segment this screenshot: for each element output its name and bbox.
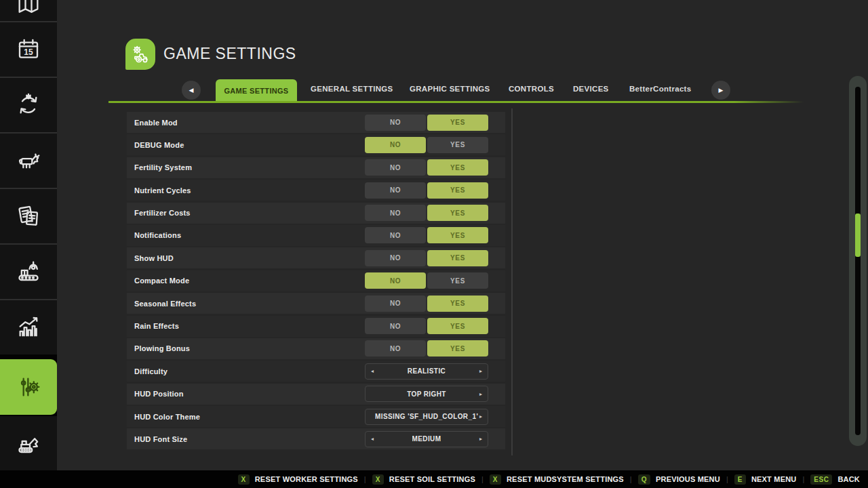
setting-control: NOYES: [365, 296, 488, 312]
tab-next-button[interactable]: ▶: [711, 81, 730, 100]
animals-icon: [15, 147, 42, 174]
sidebar-item-contracts[interactable]: [0, 189, 57, 243]
keybind-previous-menu[interactable]: QPREVIOUS MENU: [638, 474, 720, 485]
statistics-icon: [15, 314, 42, 341]
sidebar-item-construction[interactable]: [0, 416, 57, 470]
setting-row-nutrient-cycles: Nutrient CyclesNOYES: [127, 180, 505, 201]
tab-devices[interactable]: DEVICES: [573, 85, 609, 93]
toggle-yes-button[interactable]: YES: [427, 182, 488, 199]
toggle-yes-button[interactable]: YES: [427, 115, 488, 131]
setting-control: NOYES: [365, 250, 488, 266]
setting-label: Plowing Bonus: [134, 344, 190, 352]
toggle-plowing-bonus: NOYES: [365, 340, 488, 357]
tab-controls[interactable]: CONTROLS: [509, 85, 554, 93]
toggle-yes-button[interactable]: YES: [427, 227, 488, 243]
keybind-reset-soil-settings[interactable]: XRESET SOIL SETTINGS: [372, 474, 475, 485]
toggle-no-button[interactable]: NO: [365, 296, 426, 312]
sidebar-separator: [0, 188, 57, 189]
keybind-label: BACK: [837, 475, 860, 483]
setting-control: TOP RIGHT▸: [365, 386, 488, 402]
toggle-compact-mode: NOYES: [365, 272, 488, 289]
keybind-reset-mudsystem-settings[interactable]: XRESET MUDSYSTEM SETTINGS: [490, 474, 624, 485]
select-next-arrow-icon[interactable]: ▸: [479, 386, 482, 401]
toggle-yes-button[interactable]: YES: [427, 137, 488, 153]
toggle-fertilizer-costs: NOYES: [365, 205, 488, 221]
setting-label: Show HUD: [134, 254, 174, 262]
setting-control: MISSING 'SF_HUD_COLOR_1' L...▸: [365, 409, 488, 425]
key-badge: X: [238, 474, 250, 485]
sidebar-item-map[interactable]: [0, 0, 57, 21]
setting-row-enable-mod: Enable ModNOYES: [127, 112, 505, 133]
select-hud-position[interactable]: TOP RIGHT▸: [365, 386, 488, 402]
sidebar-separator: [0, 243, 57, 245]
sidebar: 15: [0, 0, 57, 470]
setting-label: Fertility System: [134, 163, 192, 171]
toggle-seasonal-effects: NOYES: [365, 296, 488, 312]
select-value: MEDIUM: [412, 435, 441, 443]
sidebar-item-crop-rotation[interactable]: [0, 78, 57, 132]
sidebar-item-animals[interactable]: [0, 134, 57, 188]
tab-bettercontracts[interactable]: BetterContracts: [629, 85, 691, 93]
settings-list: Enable ModNOYESDEBUG ModeNOYESFertility …: [127, 112, 505, 451]
tab-game-settings[interactable]: GAME SETTINGS: [216, 79, 297, 102]
keybind-back[interactable]: ESCBACK: [810, 474, 860, 485]
panel-divider: [511, 108, 513, 455]
setting-row-compact-mode: Compact ModeNOYES: [127, 270, 505, 291]
keybind-next-menu[interactable]: ENEXT MENU: [734, 474, 797, 485]
toggle-yes-button[interactable]: YES: [427, 205, 488, 221]
select-next-arrow-icon[interactable]: ▸: [479, 432, 482, 447]
setting-row-plowing-bonus: Plowing BonusNOYES: [127, 338, 505, 359]
select-prev-arrow-icon[interactable]: ◂: [371, 432, 374, 447]
toggle-yes-button[interactable]: YES: [427, 159, 488, 176]
select-hud-font-size[interactable]: ◂MEDIUM▸: [365, 431, 488, 447]
setting-label: Difficulty: [134, 367, 167, 375]
setting-control: NOYES: [365, 318, 488, 334]
select-next-arrow-icon[interactable]: ▸: [479, 409, 482, 424]
tab-prev-button[interactable]: ◀: [182, 81, 201, 100]
toggle-no-button[interactable]: NO: [365, 250, 426, 266]
select-hud-color-theme[interactable]: MISSING 'SF_HUD_COLOR_1' L...▸: [365, 409, 488, 425]
toggle-no-button[interactable]: NO: [365, 272, 426, 289]
setting-label: Enable Mod: [134, 119, 178, 127]
setting-label: HUD Position: [134, 390, 184, 398]
map-icon: [15, 0, 42, 17]
page-icon-badge: [125, 39, 155, 70]
sidebar-item-statistics[interactable]: [0, 300, 57, 354]
scrollbar-thumb[interactable]: [855, 214, 861, 257]
sidebar-item-calendar[interactable]: 15: [0, 22, 57, 77]
toggle-no-button[interactable]: NO: [365, 340, 426, 357]
tab-general-settings[interactable]: GENERAL SETTINGS: [311, 85, 393, 93]
keybind-separator: |: [481, 475, 484, 483]
toggle-yes-button[interactable]: YES: [427, 340, 488, 357]
toggle-yes-button[interactable]: YES: [427, 250, 488, 266]
toggle-no-button[interactable]: NO: [365, 318, 426, 334]
select-next-arrow-icon[interactable]: ▸: [479, 364, 482, 379]
toggle-no-button[interactable]: NO: [365, 115, 426, 131]
sidebar-item-production[interactable]: [0, 245, 57, 299]
select-prev-arrow-icon[interactable]: ◂: [371, 364, 374, 379]
sidebar-separator: [0, 77, 57, 78]
page-scrollbar: [849, 76, 867, 446]
toggle-no-button[interactable]: NO: [365, 137, 426, 153]
setting-control: NOYES: [365, 227, 488, 243]
toggle-no-button[interactable]: NO: [365, 227, 426, 243]
toggle-yes-button[interactable]: YES: [427, 296, 488, 312]
tab-underline: [108, 101, 804, 103]
toggle-yes-button[interactable]: YES: [427, 318, 488, 334]
keybind-reset-worker-settings[interactable]: XRESET WORKER SETTINGS: [238, 474, 358, 485]
toggle-no-button[interactable]: NO: [365, 205, 426, 221]
select-difficulty[interactable]: ◂REALISTIC▸: [365, 363, 488, 380]
tab-graphic-settings[interactable]: GRAPHIC SETTINGS: [410, 85, 490, 93]
main-panel: GAME SETTINGS ◀ ▶ GAME SETTINGS GENERAL …: [57, 0, 868, 470]
toggle-no-button[interactable]: NO: [365, 159, 426, 176]
sidebar-item-settings[interactable]: [0, 359, 57, 415]
contracts-icon: [15, 203, 42, 230]
keybind-bar: XRESET WORKER SETTINGS|XRESET SOIL SETTI…: [0, 470, 868, 488]
toggle-no-button[interactable]: NO: [365, 182, 426, 199]
toggle-yes-button[interactable]: YES: [427, 272, 488, 289]
keybind-label: RESET MUDSYSTEM SETTINGS: [507, 475, 624, 483]
game-settings-screen: 15 GAME SETTINGS ◀ ▶ GAME SETTINGS GENER: [0, 0, 868, 488]
setting-label: Nutrient Cycles: [134, 186, 191, 195]
scrollbar-track[interactable]: [855, 87, 861, 435]
keybind-label: NEXT MENU: [751, 475, 797, 483]
